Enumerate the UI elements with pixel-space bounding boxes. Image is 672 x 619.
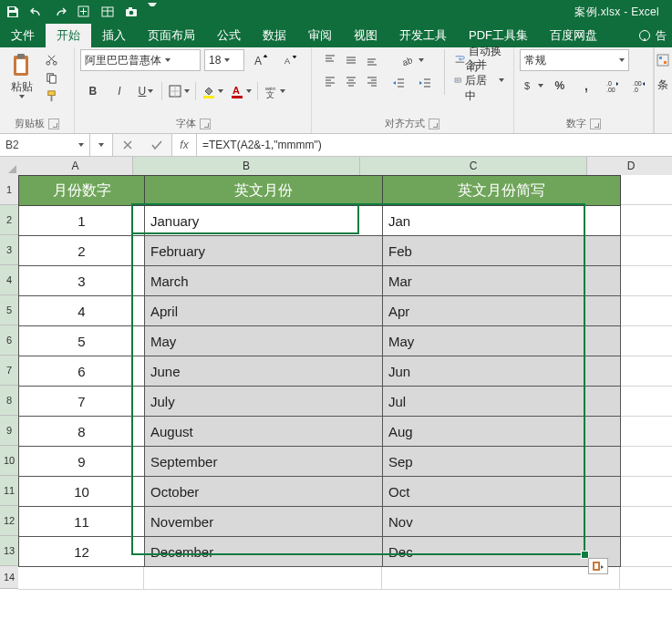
align-bottom-button[interactable] [359,49,385,71]
table-header-C[interactable]: 英文月份简写 [383,175,621,206]
merge-center-button[interactable]: 合并后居中 [450,70,508,90]
cell-C13[interactable]: Dec [383,537,621,567]
cell-C5[interactable]: Apr [383,296,621,326]
row-header-3[interactable]: 3 [0,235,20,265]
cell-A4[interactable]: 3 [18,266,145,296]
qat-camera-icon[interactable] [124,5,139,19]
fx-icon[interactable]: fx [172,134,197,156]
name-box-dropdown[interactable] [90,134,113,156]
cancel-formula-button[interactable] [113,133,142,157]
percent-button[interactable]: % [547,75,573,97]
table-header-B[interactable]: 英文月份 [145,175,383,206]
row-header-2[interactable]: 2 [0,205,20,235]
cell-B11[interactable]: October [145,477,383,507]
tab-view[interactable]: 视图 [343,24,388,47]
fill-color-button[interactable] [199,80,226,102]
tab-file[interactable]: 文件 [0,24,46,47]
copy-button[interactable] [42,69,60,86]
increase-decimal-button[interactable]: .0.00 [600,75,625,97]
underline-button[interactable]: U [133,80,159,102]
cell-A8[interactable]: 7 [18,387,145,417]
tab-insert[interactable]: 插入 [91,24,137,47]
italic-button[interactable]: I [107,80,132,102]
cell[interactable] [621,356,672,387]
tab-page-layout[interactable]: 页面布局 [137,24,206,47]
font-size-dropdown[interactable]: 18 [204,49,244,71]
cell-B8[interactable]: July [145,387,383,417]
cell[interactable] [144,567,382,590]
cell-C10[interactable]: Sep [383,447,621,477]
cell-A9[interactable]: 8 [18,417,145,447]
cell[interactable] [382,567,620,590]
table-header-A[interactable]: 月份数字 [18,175,145,206]
cell-B10[interactable]: September [145,447,383,477]
row-header-1[interactable]: 1 [0,175,19,205]
qat-table-icon[interactable] [100,5,115,19]
cell-C2[interactable]: Jan [383,206,621,236]
cell[interactable] [621,387,672,417]
tab-baidu-netdisk[interactable]: 百度网盘 [539,24,608,47]
row-header-6[interactable]: 6 [0,325,20,356]
cell-B5[interactable]: April [145,296,383,326]
font-name-dropdown[interactable]: 阿里巴巴普惠体 [80,49,201,71]
row-header-9[interactable]: 9 [0,416,20,446]
cell-A11[interactable]: 10 [18,477,145,507]
cut-button[interactable] [42,51,60,67]
row-header-8[interactable]: 8 [0,386,20,416]
worksheet[interactable]: ABCD 1234567891011121314 月份数字英文月份英文月份简写1… [0,157,672,619]
row-header-12[interactable]: 12 [0,506,20,536]
phonetic-guide-button[interactable]: wén文 [261,80,288,102]
cell-B6[interactable]: May [145,326,383,356]
redo-icon[interactable] [53,5,67,19]
cell[interactable] [621,206,672,236]
row-header-13[interactable]: 13 [0,536,20,566]
border-button[interactable] [165,80,192,102]
cell[interactable] [18,567,144,590]
cell-B4[interactable]: March [145,266,383,296]
cell-A13[interactable]: 12 [18,537,145,567]
decrease-font-button[interactable]: A [277,49,303,71]
cell-A5[interactable]: 4 [18,296,145,326]
cell[interactable] [621,266,672,296]
cell-C12[interactable]: Nov [383,507,621,537]
row-header-5[interactable]: 5 [0,295,20,325]
row-header-4[interactable]: 4 [0,265,20,295]
cell-A12[interactable]: 11 [18,507,145,537]
decrease-indent-button[interactable] [387,72,412,94]
clipboard-launcher[interactable] [48,119,59,129]
alignment-launcher[interactable] [429,119,439,129]
cell-B7[interactable]: June [145,356,383,387]
column-header-D[interactable]: D [587,157,672,176]
qat-customize-icon[interactable] [148,5,157,19]
cell-A7[interactable]: 6 [18,356,145,387]
cell-C3[interactable]: Feb [383,236,621,266]
qat-new-icon[interactable] [77,5,91,19]
cell-A6[interactable]: 5 [18,326,145,356]
enter-formula-button[interactable] [142,133,171,157]
row-header-11[interactable]: 11 [0,476,20,506]
column-header-C[interactable]: C [360,157,587,177]
number-format-dropdown[interactable]: 常规 [520,49,629,71]
cell-B3[interactable]: February [145,236,383,266]
number-launcher[interactable] [590,119,601,129]
font-launcher[interactable] [200,119,211,129]
tell-me[interactable]: 告 [632,24,672,47]
column-header-B[interactable]: B [133,157,360,177]
cell-B9[interactable]: August [145,417,383,447]
column-header-A[interactable]: A [18,157,133,176]
tab-data[interactable]: 数据 [252,24,297,47]
cell-grid[interactable]: 月份数字英文月份英文月份简写1JanuaryJan2FebruaryFeb3Ma… [18,175,672,590]
tab-home[interactable]: 开始 [46,24,91,47]
comma-button[interactable]: , [574,75,599,97]
row-header-10[interactable]: 10 [0,446,20,476]
tab-developer[interactable]: 开发工具 [388,24,458,47]
cell[interactable] [620,567,672,590]
cell-A2[interactable]: 1 [18,206,145,236]
cell-B13[interactable]: December [145,537,383,567]
cell[interactable] [621,326,672,356]
save-icon[interactable] [5,5,20,19]
format-painter-button[interactable] [42,88,60,104]
cell-C6[interactable]: May [383,326,621,356]
cell[interactable] [621,175,672,205]
cell[interactable] [621,537,672,567]
